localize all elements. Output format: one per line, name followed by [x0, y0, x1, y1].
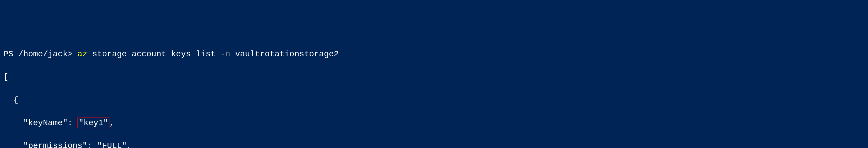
keyname-comma: , — [110, 118, 115, 127]
entry-keyname-line: "keyName": "key1", — [3, 117, 865, 128]
output-open-bracket: [ — [3, 71, 865, 83]
prompt-prefix: PS /home/jack> — [3, 49, 78, 59]
keyname-value-highlighted: "key1" — [78, 117, 110, 128]
command-flag: -n — [220, 49, 230, 59]
keyname-label: "keyName": — [3, 118, 78, 127]
command-value: vaultrotationstorage2 — [230, 49, 339, 59]
command-az: az — [78, 49, 87, 59]
command-args: storage account keys list — [87, 49, 221, 59]
entry-open-brace: { — [3, 95, 865, 106]
prompt-line[interactable]: PS /home/jack> az storage account keys l… — [3, 48, 865, 60]
entry-permissions-line: "permissions": "FULL", — [3, 140, 865, 148]
